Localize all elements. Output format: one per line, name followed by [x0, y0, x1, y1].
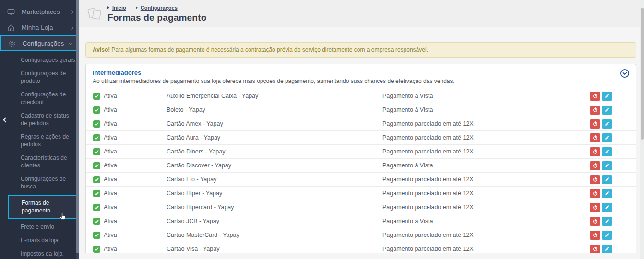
deactivate-button[interactable] [590, 106, 600, 115]
active-checkbox-icon[interactable] [93, 218, 100, 225]
status-cell: Ativa [86, 120, 167, 128]
page-header: Início Configurações Formas de pagamento [79, 0, 644, 27]
active-checkbox-icon[interactable] [93, 246, 100, 253]
app-window: Marketplaces Minha Loja Configur [0, 0, 644, 259]
sidebar-subitem[interactable]: Configurações de checkout [0, 88, 79, 109]
content-area: Aviso!Para algumas formas de pagamento é… [79, 27, 644, 253]
sidebar-subitem-formas-de-pagamento[interactable]: Formas de pagamento [8, 195, 79, 219]
deactivate-button[interactable] [590, 175, 600, 184]
chevron-right-icon [70, 10, 73, 13]
sidebar-collapse-icon[interactable] [4, 115, 12, 123]
active-checkbox-icon[interactable] [93, 134, 100, 141]
sidebar-item-minha-loja[interactable]: Minha Loja [0, 20, 79, 35]
deactivate-button[interactable] [590, 231, 600, 240]
payment-name: Cartão MasterCard - Yapay [167, 232, 382, 238]
row-actions [590, 189, 636, 198]
active-checkbox-icon[interactable] [93, 148, 100, 155]
breadcrumb-label[interactable]: Início [112, 5, 126, 11]
breadcrumb-label[interactable]: Configurações [141, 5, 178, 11]
payments-table: Ativa Auxílio Emergencial Caixa - Yapay … [86, 89, 636, 253]
row-actions [590, 133, 636, 142]
deactivate-button[interactable] [590, 203, 600, 212]
edit-button[interactable] [602, 133, 612, 142]
sidebar-subitem[interactable]: Cadastro de status de pedidos [0, 109, 79, 130]
payment-name: Cartão Amex - Yapay [167, 120, 382, 127]
warning-banner: Aviso!Para algumas formas de pagamento é… [85, 42, 636, 58]
deactivate-button[interactable] [590, 133, 600, 142]
page-title: Formas de pagamento [107, 12, 207, 23]
sidebar-item-configuracoes[interactable]: Configurações [0, 35, 79, 51]
sidebar-subitem[interactable]: Frete e envio [0, 220, 79, 234]
edit-button[interactable] [602, 217, 612, 226]
sidebar-subitem[interactable]: Impostos da loja [0, 247, 79, 259]
status-cell: Ativa [86, 162, 167, 169]
deactivate-button[interactable] [590, 147, 600, 156]
row-actions [590, 106, 636, 115]
deactivate-button[interactable] [590, 119, 600, 129]
sidebar-subitem[interactable]: Configurações de busca [0, 172, 79, 193]
payment-row: Ativa Cartão Hiper - Yapay Pagamento par… [86, 187, 636, 200]
breadcrumb-arrow-icon [136, 6, 138, 9]
edit-button[interactable] [602, 231, 612, 240]
payment-name: Cartão Hipercard - Yapay [167, 204, 382, 211]
active-checkbox-icon[interactable] [93, 106, 100, 114]
sidebar-subitem[interactable]: E-mails da loja [0, 234, 79, 247]
deactivate-button[interactable] [590, 92, 600, 101]
active-checkbox-icon[interactable] [93, 176, 100, 183]
edit-button[interactable] [602, 189, 612, 198]
edit-button[interactable] [602, 106, 612, 115]
payment-type: Pagamento à Vista [382, 162, 590, 169]
breadcrumb-link-configuracoes[interactable]: Configurações [136, 5, 178, 11]
status-label: Ativa [104, 246, 117, 252]
row-actions [590, 92, 636, 101]
sidebar-subitem[interactable]: Configurações gerais [0, 53, 79, 67]
collapse-section-icon[interactable] [620, 69, 630, 78]
edit-button[interactable] [602, 175, 612, 184]
sidebar-subitem[interactable]: Configurações de produto [0, 67, 79, 88]
breadcrumb-link-inicio[interactable]: Início [107, 5, 126, 11]
edit-button[interactable] [602, 147, 612, 156]
edit-button[interactable] [602, 161, 612, 170]
status-label: Ativa [104, 162, 117, 169]
page-scrollbar[interactable] [640, 0, 644, 259]
page-scrollbar-thumb[interactable] [641, 8, 644, 140]
deactivate-button[interactable] [590, 245, 600, 253]
chevron-right-icon [70, 25, 73, 29]
active-checkbox-icon[interactable] [93, 120, 100, 128]
status-cell: Ativa [86, 218, 167, 225]
payment-type: Pagamento à Vista [382, 218, 590, 224]
sidebar-subitem[interactable]: Regras e ações de pedidos [0, 130, 79, 151]
payment-name: Cartão Diners - Yapay [167, 148, 382, 155]
deactivate-button[interactable] [590, 189, 600, 198]
deactivate-button[interactable] [590, 217, 600, 226]
edit-button[interactable] [602, 203, 612, 212]
active-checkbox-icon[interactable] [93, 190, 100, 197]
payment-type: Pagamento à Vista [382, 93, 590, 99]
active-checkbox-icon[interactable] [93, 93, 100, 100]
active-checkbox-icon[interactable] [93, 162, 100, 169]
active-checkbox-icon[interactable] [93, 232, 100, 239]
edit-button[interactable] [602, 92, 612, 101]
status-label: Ativa [104, 218, 117, 224]
active-checkbox-icon[interactable] [93, 204, 100, 211]
breadcrumb: Início Configurações [107, 5, 207, 11]
sidebar-item-marketplaces[interactable]: Marketplaces [0, 4, 79, 20]
chevron-down-icon [69, 41, 72, 45]
payment-row: Ativa Cartão Amex - Yapay Pagamento parc… [86, 117, 636, 131]
payment-row: Ativa Cartão JCB - Yapay Pagamento à Vis… [86, 214, 636, 228]
sidebar-nav: Marketplaces Minha Loja Configur [0, 0, 79, 259]
sidebar-subitem[interactable]: Características de clientes [0, 151, 79, 172]
payment-type: Pagamento parcelado em até 12X [382, 176, 590, 183]
row-actions [590, 161, 636, 170]
deactivate-button[interactable] [590, 161, 600, 170]
gear-icon [8, 39, 16, 48]
status-label: Ativa [104, 93, 117, 99]
payment-name: Cartão Discover - Yapay [167, 162, 382, 169]
edit-button[interactable] [602, 119, 612, 129]
payment-name: Cartão Elo - Yapay [167, 176, 382, 183]
edit-button[interactable] [602, 245, 612, 253]
home-icon [7, 24, 15, 32]
status-cell: Ativa [86, 134, 167, 141]
row-actions [590, 119, 636, 129]
status-cell: Ativa [86, 232, 167, 239]
